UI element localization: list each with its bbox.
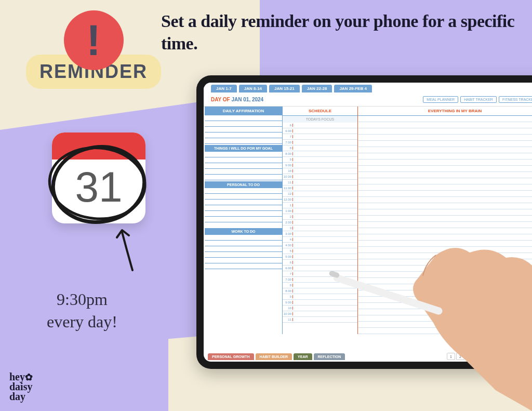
month-number[interactable]: 3 — [466, 353, 474, 360]
headline: Set a daily reminder on your phone for a… — [161, 10, 520, 55]
schedule-row[interactable]: 11 — [283, 180, 357, 185]
section-work: WORK TO DO — [205, 228, 282, 235]
schedule-row[interactable]: 3:30 — [283, 231, 357, 237]
month-number[interactable]: 8 — [512, 353, 521, 360]
todays-focus: TODAYS FOCUS — [283, 116, 357, 123]
col-brain-header: EVERYTHING IN MY BRAIN — [358, 107, 532, 116]
schedule-row[interactable]: 3 — [283, 226, 357, 231]
schedule-row[interactable]: 4 — [283, 237, 357, 243]
header-button[interactable]: HABIT TRACKER — [460, 96, 497, 103]
week-tab[interactable]: JAN 15-21 — [269, 85, 300, 92]
month-number[interactable]: 6 — [494, 353, 502, 360]
brand-logo: hey✿ daisy day — [9, 372, 33, 402]
schedule-row[interactable]: 8:30 — [283, 151, 357, 157]
header-button[interactable]: MEAL PLANNER — [423, 96, 458, 103]
tab-reflection[interactable]: REFLECTION — [314, 353, 345, 360]
month-number[interactable]: 5 — [484, 353, 493, 360]
section-goal: THINGS I WILL DO FOR MY GOAL — [205, 145, 282, 152]
schedule-row[interactable]: 6:30 — [283, 266, 357, 271]
arrow-icon — [114, 226, 145, 273]
schedule-row[interactable]: 8 — [283, 145, 357, 151]
brain-dump-area[interactable] — [358, 116, 532, 334]
month-number[interactable]: 2 — [456, 353, 464, 360]
week-tab[interactable]: JAN 8-14 — [239, 85, 267, 92]
tab-habit-builder[interactable]: HABIT BUILDER — [256, 353, 292, 360]
month-number[interactable]: 4 — [475, 353, 483, 360]
schedule-row[interactable]: 8:30 — [283, 288, 357, 294]
schedule-row[interactable]: 7 — [283, 271, 357, 277]
schedule-row[interactable]: 11:30 — [283, 185, 357, 191]
tab-year[interactable]: YEAR — [294, 353, 312, 360]
schedule-row[interactable]: 5:30 — [283, 254, 357, 260]
schedule-row[interactable]: 1 — [283, 203, 357, 208]
reminder-badge: ! REMINDER — [26, 10, 161, 89]
tab-personal-growth[interactable]: PERSONAL GROWTH — [208, 353, 254, 360]
schedule-row[interactable]: 9:30 — [283, 300, 357, 306]
week-tab[interactable]: JAN 1-7 — [211, 85, 237, 92]
col-affirmation-header: DAILY AFFIRMATION — [205, 107, 282, 115]
week-tab[interactable]: JAN 29-FEB 4 — [334, 85, 371, 92]
col-schedule-header: SCHEDULE — [283, 107, 357, 116]
schedule-row[interactable]: 9 — [283, 294, 357, 300]
schedule-row[interactable]: 7:30 — [283, 277, 357, 283]
schedule-row[interactable]: 7 — [283, 134, 357, 140]
schedule-row[interactable]: 10 — [283, 168, 357, 174]
schedule-row[interactable]: 10:30 — [283, 311, 357, 317]
schedule-row[interactable]: 7:30 — [283, 140, 357, 145]
tablet-device: JAN 1-7JAN 8-14JAN 15-21JAN 22-28JAN 29-… — [196, 75, 532, 369]
schedule-row[interactable]: 8 — [283, 283, 357, 288]
section-personal: PERSONAL TO DO — [205, 181, 282, 188]
day-of-label: DAY OF JAN 01, 2024 — [211, 97, 263, 102]
month-number[interactable]: 7 — [503, 353, 511, 360]
schedule-row[interactable]: 5 — [283, 248, 357, 254]
schedule-row[interactable]: 6:30 — [283, 128, 357, 134]
header-button[interactable]: FITNESS TRACKER — [499, 96, 532, 103]
reminder-time-note: 9:30pm every day! — [47, 288, 117, 333]
schedule-row[interactable]: 6 — [283, 260, 357, 266]
schedule-row[interactable]: 10:30 — [283, 174, 357, 180]
schedule-row[interactable]: 9 — [283, 157, 357, 163]
schedule-row[interactable]: 2 — [283, 214, 357, 220]
exclamation-icon: ! — [64, 10, 124, 70]
schedule-row[interactable]: 12:30 — [283, 197, 357, 203]
month-number[interactable]: 9 — [522, 353, 530, 360]
week-tab[interactable]: JAN 22-28 — [302, 85, 332, 92]
calendar-day-number: 31 — [52, 160, 145, 211]
schedule-row[interactable]: 6 — [283, 123, 357, 128]
schedule-row[interactable]: 9:30 — [283, 163, 357, 168]
planner-screen: JAN 1-7JAN 8-14JAN 15-21JAN 22-28JAN 29-… — [204, 83, 532, 362]
schedule-row[interactable]: 4:30 — [283, 243, 357, 248]
month-number[interactable]: 1 — [447, 353, 455, 360]
schedule-row[interactable]: 12 — [283, 191, 357, 197]
calendar-icon: 31 — [52, 132, 145, 223]
schedule-row[interactable]: 1:30 — [283, 208, 357, 214]
schedule-row[interactable]: 10 — [283, 306, 357, 311]
schedule-row[interactable]: 2:30 — [283, 220, 357, 226]
schedule-row[interactable]: 11 — [283, 317, 357, 323]
